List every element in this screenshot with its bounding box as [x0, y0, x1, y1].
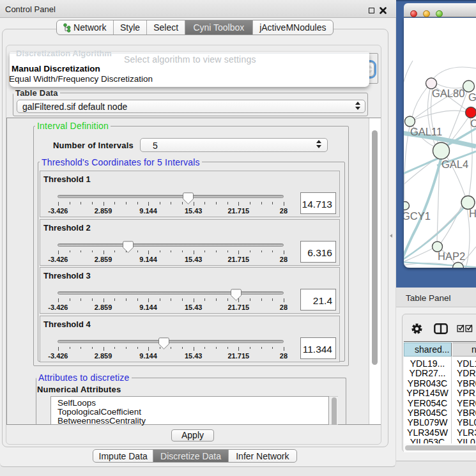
- svg-text:GCY1: GCY1: [404, 210, 431, 222]
- svg-text:H: H: [469, 208, 476, 219]
- svg-text:G.: G.: [468, 91, 476, 103]
- svg-text:GAL4: GAL4: [441, 158, 468, 170]
- svg-text:C: C: [470, 118, 476, 129]
- svg-text:GAL80: GAL80: [432, 88, 464, 99]
- svg-text:GAL11: GAL11: [410, 126, 442, 137]
- svg-text:HAP2: HAP2: [438, 250, 465, 262]
